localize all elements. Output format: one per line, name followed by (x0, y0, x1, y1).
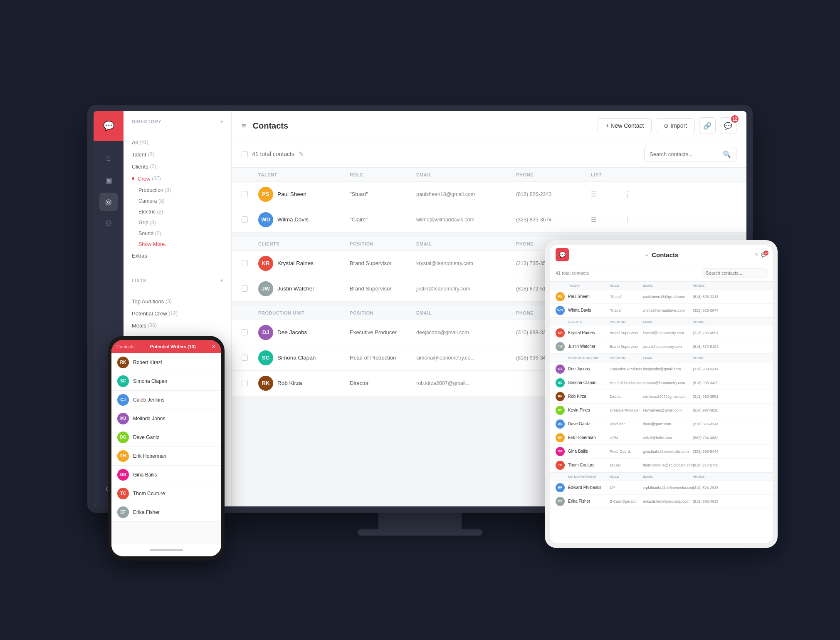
client1-checkbox[interactable] (242, 260, 248, 266)
row2-checkbox[interactable] (242, 216, 248, 223)
t-kevin-more[interactable]: ⋮ (726, 408, 739, 412)
prod3-checkbox[interactable] (242, 380, 248, 386)
t-rob-more[interactable]: ⋮ (726, 394, 739, 399)
edit-icon[interactable]: ✎ (299, 150, 304, 158)
wilma-davis-list-icon[interactable]: ☰ (591, 216, 624, 223)
subitem-show-more[interactable]: Show More.. (124, 239, 231, 250)
prod2-checkbox[interactable] (242, 355, 248, 361)
tablet-row-rob[interactable]: RK Rob Kirza Director rob.kirza2007@gmai… (550, 390, 773, 404)
phone-close-icon[interactable]: ✕ (211, 343, 216, 350)
tablet-row-kevin[interactable]: KP Kevin Pines Creative Producer kevmpin… (550, 404, 773, 417)
phone-item-simona[interactable]: SC Simona Clapan (111, 372, 221, 391)
tablet-row-dee[interactable]: DJ Dee Jacobs Executive Producer deejaco… (550, 362, 773, 376)
tablet-notif-icon[interactable]: 💬 12 (761, 252, 767, 258)
app-logo[interactable]: 💬 (94, 111, 124, 141)
list-item-potential-crew[interactable]: Potential Crew (12) (124, 308, 231, 320)
tablet-row-thom[interactable]: TC Thom Couture 1st AD thom.couture@stud… (550, 459, 773, 472)
logo-icon: 💬 (103, 121, 114, 131)
phone-item-melinda[interactable]: MJ Melinda Johns (111, 409, 221, 428)
tablet-row-erik[interactable]: EH Erik Hoberman UPM erik.h@holie.com (5… (550, 431, 773, 445)
link-icon-button[interactable]: 🔗 (699, 117, 716, 134)
simona-clapan-role: Head of Production (350, 355, 416, 361)
simona-clapan-name-cell: SC Simona Clapan (258, 350, 350, 365)
import-button[interactable]: ⊙ Import (656, 118, 695, 133)
paul-sheen-list-icon[interactable]: ☰ (591, 190, 624, 198)
lists-section: LISTS ▾ Top Auditions (3) Potential Crew… (124, 270, 231, 336)
list-item-meals[interactable]: Meals (36) (124, 320, 231, 332)
tablet-row-justin[interactable]: JW Justin Watcher Brand Supervisor justi… (550, 340, 773, 354)
dir-all-label: All (132, 139, 138, 146)
dir-item-clients[interactable]: Clients (2) (124, 161, 231, 173)
list-item-top-auditions[interactable]: Top Auditions (3) (124, 295, 231, 308)
t-krystal-phone: (213) 735-3591 (693, 331, 726, 335)
dir-item-crew[interactable]: Crew (37) (124, 173, 231, 185)
messages-icon-button[interactable]: 💬 12 (720, 117, 736, 134)
t-gina-more[interactable]: ⋮ (726, 449, 739, 454)
dir-item-talent[interactable]: Talent (2) (124, 149, 231, 161)
t-paul-more[interactable]: ⋮ (726, 295, 739, 299)
paul-sheen-more-icon[interactable]: ⋮ (624, 190, 641, 198)
talent-row-2[interactable]: WD Wilma Davis "Claire" wilma@wilmaddavi… (232, 207, 746, 233)
phone-item-caleb[interactable]: CJ Caleb Jenkins (111, 391, 221, 409)
tablet-total: 41 total contacts (556, 270, 589, 275)
phone-item-thom[interactable]: TC Thom Couture (111, 484, 221, 503)
phone-dave-name: Dave Gantz (133, 434, 159, 440)
phone-item-erika[interactable]: EF Erika Fisher (111, 503, 221, 522)
t-erik-more[interactable]: ⋮ (726, 436, 739, 440)
tablet-row-krystal[interactable]: KR Krystal Raines Brand Supervisor kryst… (550, 326, 773, 340)
dir-talent-label: Talent (132, 151, 146, 158)
t-kevin-email: kevmpines@gmail.com (643, 408, 693, 412)
t-wilma-more[interactable]: ⋮ (726, 308, 739, 313)
wilma-davis-more-icon[interactable]: ⋮ (624, 216, 641, 223)
tablet-row-gina[interactable]: GB Gina Bailis Prod. Coord. gina.bailis@… (550, 445, 773, 459)
search-input[interactable] (650, 151, 719, 157)
nav-contacts[interactable]: ◎ (99, 193, 118, 211)
client2-checkbox[interactable] (242, 285, 248, 292)
new-contact-button[interactable]: + New Contact (598, 118, 652, 133)
phone-item-dave[interactable]: DG Dave Gantz (111, 428, 221, 447)
t-simona-more[interactable]: ⋮ (726, 381, 739, 385)
t-krystal-more[interactable]: ⋮ (726, 331, 739, 335)
phone-item-robert[interactable]: RK Robert Kirazi (111, 353, 221, 372)
t-dave-more[interactable]: ⋮ (726, 422, 739, 426)
row1-checkbox[interactable] (242, 191, 248, 197)
tablet-row-paul[interactable]: PS Paul Sheen "Stuart" paulsheen18@gmail… (550, 290, 773, 304)
subitem-sound[interactable]: Sound (2) (124, 228, 231, 239)
tablet-row-wilma[interactable]: WD Wilma Davis "Claire" wilma@wilmaddavi… (550, 304, 773, 318)
phone-item-gina[interactable]: GB Gina Bailis (111, 466, 221, 484)
nav-people[interactable]: ⚇ (99, 214, 118, 233)
tablet-edit-icon[interactable]: ✎ (755, 252, 758, 258)
t-thom-more[interactable]: ⋮ (726, 463, 739, 467)
t-justin-more[interactable]: ⋮ (726, 345, 739, 349)
subitem-production[interactable]: Production (8) (124, 185, 231, 196)
phone-simona-name: Simona Clapan (133, 378, 167, 384)
nav-projects[interactable]: ▣ (99, 171, 118, 189)
paul-sheen-avatar: PS (258, 187, 273, 202)
hamburger-icon[interactable]: ≡ (242, 122, 246, 130)
nav-home[interactable]: ⌂ (99, 149, 118, 168)
prod1-checkbox[interactable] (242, 329, 248, 335)
dir-item-extras[interactable]: Extras (124, 250, 231, 262)
t-erika-more[interactable]: ⋮ (726, 499, 739, 504)
subitem-camera[interactable]: Camera (8) (124, 196, 231, 206)
tablet-row-dave[interactable]: DG Dave Gantz Producer dave@ganz.com (31… (550, 417, 773, 431)
phone-screen: Contacts Potential Writers (13) ✕ RK Rob… (111, 340, 221, 556)
select-all-checkbox[interactable] (242, 151, 248, 157)
phone-contacts-tab[interactable]: Contacts (116, 344, 134, 349)
subitem-grip[interactable]: Grip (3) (124, 217, 231, 228)
phone-item-erik[interactable]: EH Erik Hoberman (111, 447, 221, 466)
t-dee-more[interactable]: ⋮ (726, 367, 739, 371)
tablet-row-edward[interactable]: EP Edward Philbanks DP e.philbanks@defin… (550, 481, 773, 495)
tablet-row-simona[interactable]: SC Simona Clapan Head of Production simo… (550, 376, 773, 390)
search-box[interactable]: 🔍 (644, 147, 736, 161)
subitem-electric[interactable]: Electric (2) (124, 206, 231, 217)
talent-row-1[interactable]: PS Paul Sheen "Stuart" paulsheen18@gmail… (232, 182, 746, 207)
tablet-row-erika[interactable]: EF Erika Fisher B Cam Operator erika.fis… (550, 495, 773, 509)
dir-item-all[interactable]: All (41) (124, 136, 231, 149)
phone-list-tab[interactable]: Potential Writers (13) (150, 344, 196, 349)
t-krystal-name: Krystal Raines (568, 330, 610, 335)
t-edward-more[interactable]: ⋮ (726, 486, 739, 490)
top-bar-right: + New Contact ⊙ Import 🔗 💬 12 (598, 117, 736, 134)
tablet-search-input[interactable] (702, 268, 767, 278)
t-dave-name: Dave Gantz (568, 422, 610, 426)
